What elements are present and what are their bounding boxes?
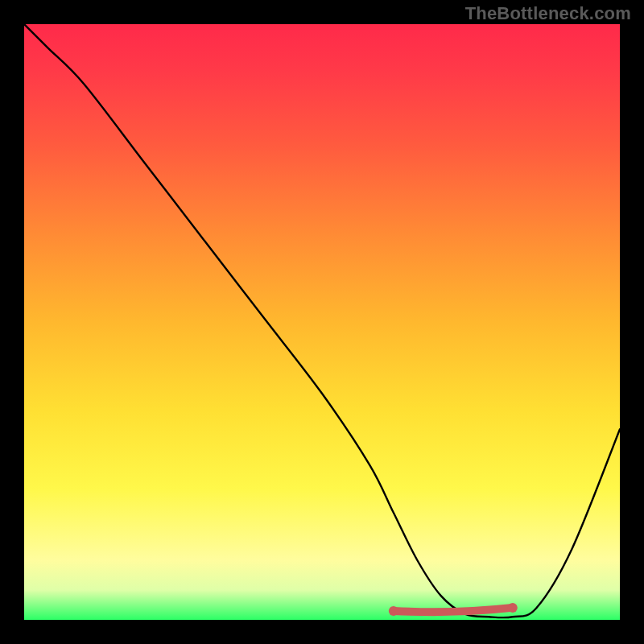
plateau-endpoint-right xyxy=(508,603,518,613)
watermark-text: TheBottleneck.com xyxy=(465,3,631,24)
plot-area xyxy=(24,24,620,620)
chart-frame: TheBottleneck.com xyxy=(0,0,644,644)
plateau-endpoint-left xyxy=(389,606,398,616)
curve-layer xyxy=(24,24,620,620)
bottleneck-curve xyxy=(24,24,620,617)
plateau-highlight xyxy=(394,608,513,612)
